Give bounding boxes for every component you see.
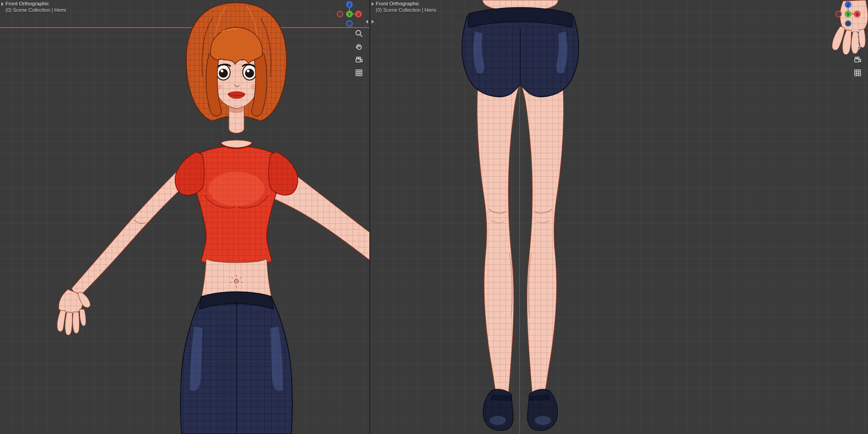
viewport-nav-tools — [852, 28, 863, 78]
divider-right-arrow-icon — [372, 20, 374, 24]
pan-hand-icon[interactable] — [354, 41, 364, 52]
viewport-3d-scene[interactable] — [370, 0, 868, 434]
character-left-eye — [217, 65, 230, 80]
viewport-nav-tools — [354, 28, 364, 78]
character-shirt[interactable] — [193, 140, 280, 267]
character-left-arm[interactable] — [71, 167, 190, 298]
gizmo-x-label[interactable]: X — [856, 12, 859, 17]
character-right-sleeve[interactable] — [269, 152, 298, 195]
viewport-divider[interactable] — [369, 0, 370, 434]
camera-view-icon[interactable] — [852, 54, 863, 65]
viewport-3d-scene[interactable] — [0, 0, 369, 434]
gizmo-y-label[interactable]: Y — [348, 12, 351, 17]
viewport-left[interactable]: Front Orthographic (0) Scene Collection … — [0, 0, 369, 434]
character-shorts[interactable] — [180, 292, 292, 434]
view-axis-gizmo[interactable]: Z X Y — [336, 0, 363, 28]
character-left-leg[interactable] — [477, 68, 519, 392]
gizmo-z-label[interactable]: Z — [348, 3, 350, 7]
grid-ortho-icon[interactable] — [354, 67, 364, 78]
camera-view-icon[interactable] — [354, 54, 364, 65]
grid-ortho-icon[interactable] — [852, 67, 863, 78]
character-left-shoe[interactable] — [483, 389, 514, 430]
viewport-divider-handle[interactable] — [364, 19, 375, 24]
zoom-icon[interactable] — [852, 28, 863, 39]
character-left-sleeve[interactable] — [175, 152, 204, 195]
character-left-hand[interactable] — [57, 289, 90, 335]
gizmo-z-label[interactable]: Z — [847, 3, 849, 7]
view-axis-gizmo[interactable]: Z X Y — [835, 0, 862, 28]
character-right-leg[interactable] — [521, 68, 564, 392]
character-right-shoe[interactable] — [528, 389, 558, 430]
divider-left-arrow-icon — [366, 20, 368, 24]
gizmo-axis-neg-x[interactable] — [836, 11, 842, 17]
viewport-corner-arrow-icon[interactable] — [1, 2, 4, 6]
pan-hand-icon[interactable] — [852, 41, 863, 52]
viewport-right[interactable]: Front Orthographic (0) Scene Collection … — [370, 0, 868, 434]
viewport-corner-arrow-icon[interactable] — [372, 2, 374, 6]
zoom-icon[interactable] — [354, 28, 364, 39]
gizmo-y-label[interactable]: Y — [847, 12, 849, 17]
gizmo-axis-neg-z[interactable] — [845, 21, 851, 27]
character-shorts[interactable] — [462, 8, 579, 97]
blender-window: { "app": { "name": "Blender 3D Viewport"… — [0, 0, 868, 434]
gizmo-axis-neg-z[interactable] — [347, 21, 353, 27]
character-right-eye — [243, 65, 256, 80]
gizmo-x-label[interactable]: X — [357, 12, 360, 17]
gizmo-axis-neg-x[interactable] — [337, 11, 343, 17]
